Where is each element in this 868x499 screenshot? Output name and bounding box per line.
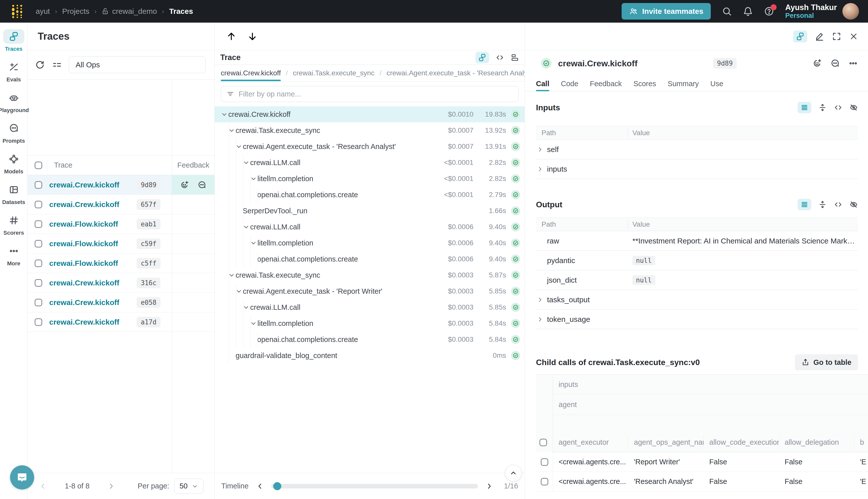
next-page-icon[interactable]: [107, 482, 115, 490]
expand-chevron-icon[interactable]: [250, 320, 258, 327]
child-call-row[interactable]: <crewai.agents.cre...'Report Writer'Fals…: [536, 452, 868, 472]
expand-rows-button[interactable]: [818, 200, 827, 209]
trace-name-link[interactable]: crewai.Flow.kickoff: [49, 220, 118, 228]
row-checkbox[interactable]: [541, 478, 548, 485]
select-all-checkbox[interactable]: [35, 161, 42, 169]
sidebar-item-scorers[interactable]: Scorers: [0, 213, 28, 236]
trace-name-link[interactable]: crewai.Crew.kickoff: [49, 318, 119, 326]
add-reaction-button[interactable]: [812, 59, 822, 68]
edit-button[interactable]: [815, 32, 824, 41]
hide-values-button[interactable]: [850, 200, 858, 209]
wandb-logo[interactable]: [9, 3, 26, 20]
expand-chevron-icon[interactable]: [243, 304, 250, 311]
sidebar-item-evals[interactable]: Evals: [0, 60, 28, 83]
call-tree-row[interactable]: crewai.Task.execute_sync$0.000713.92s: [215, 122, 525, 138]
expand-chevron-icon[interactable]: [536, 316, 547, 323]
json-view-button[interactable]: [834, 103, 842, 112]
row-checkbox[interactable]: [35, 240, 42, 247]
call-tree-row[interactable]: crewai.Crew.kickoff$0.001019.83s: [215, 106, 525, 122]
add-reaction-button[interactable]: [180, 180, 189, 190]
call-tree-row[interactable]: openai.chat.completions.create<$0.00012.…: [215, 187, 525, 203]
trace-list-row[interactable]: crewai.Crew.kickoff657f: [28, 195, 214, 214]
column-header[interactable]: agent_ops_agent_nan: [629, 436, 704, 449]
breadcrumb-entity[interactable]: ayut: [36, 7, 50, 15]
row-checkbox[interactable]: [35, 299, 42, 306]
trace-list-row[interactable]: crewai.Crew.kickoff9d89: [28, 175, 214, 195]
path-value-row[interactable]: token_usage: [536, 309, 858, 329]
expand-chevron-icon[interactable]: [235, 143, 243, 150]
call-tree-row[interactable]: crewai.Task.execute_sync$0.00035.87s: [215, 267, 525, 283]
expand-chevron-icon[interactable]: [536, 166, 547, 173]
expand-chevron-icon[interactable]: [536, 296, 547, 303]
sidebar-item-traces[interactable]: Traces: [0, 29, 28, 52]
timeline-slider-handle[interactable]: [273, 482, 281, 490]
go-to-table-button[interactable]: Go to table: [795, 354, 858, 370]
chat-widget-button[interactable]: [10, 465, 34, 489]
help-icon[interactable]: [764, 6, 774, 16]
sidebar-item-datasets[interactable]: Datasets: [0, 182, 28, 206]
avatar[interactable]: [842, 3, 859, 20]
call-tree-row[interactable]: guardrail-validate_blog_content0ms: [215, 348, 525, 364]
breadcrumb-projects[interactable]: Projects: [62, 7, 89, 15]
trace-list-row[interactable]: crewai.Crew.kickoffe058: [28, 293, 214, 312]
call-tree-row[interactable]: SerperDevTool._run1.66s: [215, 203, 525, 219]
expand-chevron-icon[interactable]: [228, 127, 236, 134]
expand-chevron-icon[interactable]: [250, 175, 258, 182]
trace-name-link[interactable]: crewai.Flow.kickoff: [49, 240, 118, 248]
expand-chevron-icon[interactable]: [235, 288, 243, 295]
expand-chevron-icon[interactable]: [221, 111, 228, 118]
close-panel-button[interactable]: [849, 32, 858, 41]
notifications-bell-icon[interactable]: [743, 6, 753, 16]
call-tree-row[interactable]: litellm.completion$0.00069.40s: [215, 235, 525, 251]
code-view-toggle[interactable]: [496, 53, 504, 62]
call-tree-row[interactable]: litellm.completion$0.00035.84s: [215, 315, 525, 331]
row-checkbox[interactable]: [35, 279, 42, 287]
path-tab[interactable]: crewai.Task.execute_sync: [293, 65, 374, 81]
trace-name-link[interactable]: crewai.Crew.kickoff: [49, 200, 119, 209]
invite-teammates-button[interactable]: Invite teammates: [622, 3, 711, 20]
tab-code[interactable]: Code: [561, 76, 578, 91]
expand-chevron-icon[interactable]: [243, 159, 250, 166]
call-tree-row[interactable]: crewai.LLM.call$0.00035.85s: [215, 299, 525, 315]
json-view-button[interactable]: [834, 200, 842, 209]
timeline-prev-icon[interactable]: [256, 482, 264, 490]
trace-list-row[interactable]: crewai.Flow.kickoffc59f: [28, 234, 214, 254]
expand-chevron-icon[interactable]: [250, 240, 258, 246]
expand-chevron-icon[interactable]: [536, 146, 547, 153]
call-tree-row[interactable]: litellm.completion<$0.00012.82s: [215, 171, 525, 187]
call-tree-row[interactable]: crewai.LLM.call$0.00069.40s: [215, 219, 525, 235]
call-tree-row[interactable]: openai.chat.completions.create$0.00069.4…: [215, 251, 525, 267]
sidebar-item-playground[interactable]: Playground: [0, 90, 28, 113]
column-header[interactable]: b: [854, 436, 868, 449]
path-value-row[interactable]: self: [536, 140, 858, 159]
column-header[interactable]: allow_code_execution: [704, 436, 779, 449]
call-tree-row[interactable]: openai.chat.completions.create$0.00035.8…: [215, 331, 525, 348]
tab-call[interactable]: Call: [536, 76, 549, 91]
per-page-select[interactable]: 50: [174, 479, 203, 494]
path-tab[interactable]: crewai.Agent.execute_task - 'Research An…: [386, 65, 525, 81]
timeline-next-icon[interactable]: [485, 482, 494, 490]
scroll-to-top-button[interactable]: [505, 465, 522, 482]
row-checkbox[interactable]: [35, 220, 42, 228]
user-menu[interactable]: Ayush Thakur Personal: [785, 3, 859, 20]
expand-chevron-icon[interactable]: [243, 223, 250, 230]
row-checkbox[interactable]: [35, 201, 42, 208]
ops-filter-select[interactable]: All Ops: [69, 57, 206, 73]
trace-name-link[interactable]: crewai.Flow.kickoff: [49, 259, 118, 268]
hide-values-button[interactable]: [850, 103, 858, 112]
call-tree-row[interactable]: crewai.Agent.execute_task - 'Report Writ…: [215, 283, 525, 299]
tab-feedback[interactable]: Feedback: [590, 76, 622, 91]
call-tree-row[interactable]: crewai.Agent.execute_task - 'Research An…: [215, 138, 525, 155]
path-tab[interactable]: crewai.Crew.kickoff: [221, 65, 281, 81]
sidebar-item-models[interactable]: Models: [0, 152, 28, 175]
trace-name-link[interactable]: crewai.Crew.kickoff: [49, 298, 119, 307]
fullscreen-button[interactable]: [832, 32, 841, 41]
list-view-toggle[interactable]: [798, 102, 811, 113]
row-checkbox[interactable]: [35, 181, 42, 189]
prev-page-icon[interactable]: [39, 482, 47, 490]
op-filter-input[interactable]: [239, 90, 513, 98]
sidebar-item-prompts[interactable]: Prompts: [0, 121, 28, 144]
column-settings-button[interactable]: [52, 60, 62, 70]
detail-tree-toggle[interactable]: [793, 31, 807, 42]
sidebar-item-more[interactable]: More: [0, 244, 28, 267]
